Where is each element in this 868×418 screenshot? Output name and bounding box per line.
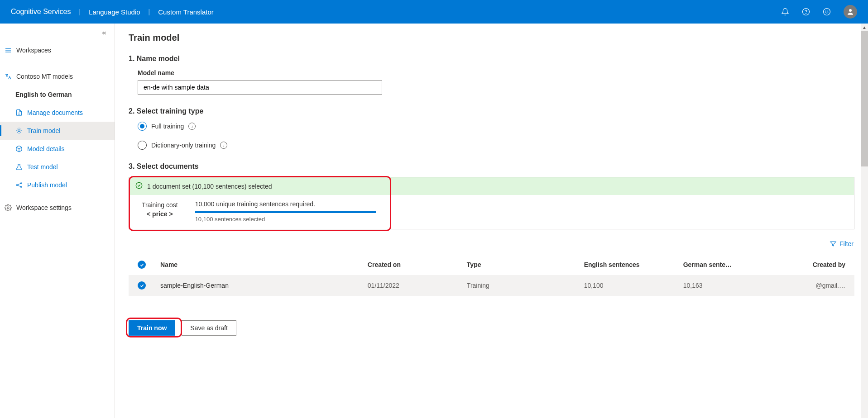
svg-line-16 bbox=[18, 184, 21, 185]
main-content: Train model 1. Name model Model name 2. … bbox=[115, 24, 868, 418]
col-header-german[interactable]: German sente… bbox=[683, 261, 764, 268]
test-icon bbox=[15, 163, 23, 171]
nav-workspaces[interactable]: Workspaces bbox=[0, 41, 115, 59]
nav-label: Train model bbox=[27, 127, 60, 134]
step3-heading: 3. Select documents bbox=[129, 162, 854, 171]
sidebar: Workspaces Contoso MT models English to … bbox=[0, 24, 115, 418]
progress-bar bbox=[195, 211, 376, 213]
select-all-checkbox[interactable] bbox=[138, 261, 146, 269]
nav-workspace-settings[interactable]: Workspace settings bbox=[0, 199, 115, 217]
col-header-name[interactable]: Name bbox=[160, 261, 359, 268]
nav-test-model[interactable]: Test model bbox=[0, 158, 115, 176]
feedback-icon[interactable] bbox=[823, 8, 831, 16]
nav-manage-documents[interactable]: Manage documents bbox=[0, 104, 115, 122]
cost-label: Training cost bbox=[142, 201, 178, 209]
radio-dictionary-training[interactable]: Dictionary-only training i bbox=[138, 141, 854, 150]
selection-status-text: 1 document set (10,100 sentences) select… bbox=[147, 183, 272, 190]
breadcrumb-custom-translator[interactable]: Custom Translator bbox=[150, 8, 222, 16]
cell-type: Training bbox=[467, 282, 575, 289]
workspaces-icon bbox=[5, 47, 12, 54]
documents-icon bbox=[15, 109, 23, 116]
vertical-scrollbar[interactable]: ▲ bbox=[861, 24, 868, 418]
nav-publish-model[interactable]: Publish model bbox=[0, 176, 115, 194]
nav-train-model[interactable]: Train model bbox=[0, 122, 115, 140]
selection-status-row: 1 document set (10,100 sentences) select… bbox=[129, 177, 854, 195]
nav-label: Workspace settings bbox=[16, 204, 72, 211]
requirement-text: 10,000 unique training sentences require… bbox=[195, 200, 376, 208]
nav-model-details[interactable]: Model details bbox=[0, 140, 115, 158]
step-name-model: 1. Name model Model name bbox=[129, 55, 854, 95]
radio-circle-icon bbox=[138, 122, 147, 131]
scroll-up-arrow-icon[interactable]: ▲ bbox=[861, 24, 868, 31]
selected-text: 10,100 sentences selected bbox=[195, 216, 376, 223]
col-header-english[interactable]: English sentences bbox=[584, 261, 674, 268]
cell-created: 01/11/2022 bbox=[368, 282, 458, 289]
footer-actions: Train now Save as draft bbox=[129, 309, 854, 336]
train-icon bbox=[15, 127, 23, 134]
svg-point-4 bbox=[828, 11, 828, 11]
model-name-input[interactable] bbox=[138, 80, 382, 95]
breadcrumb-brand[interactable]: Cognitive Services bbox=[11, 8, 79, 16]
radio-circle-icon bbox=[138, 141, 147, 150]
info-icon[interactable]: i bbox=[220, 142, 227, 149]
help-icon[interactable] bbox=[802, 8, 810, 16]
info-icon[interactable]: i bbox=[188, 123, 196, 130]
svg-point-14 bbox=[20, 183, 22, 184]
step2-heading: 2. Select training type bbox=[129, 107, 854, 115]
translation-icon bbox=[5, 73, 12, 80]
nav-label: English to German bbox=[15, 91, 72, 98]
breadcrumb-language-studio[interactable]: Language Studio bbox=[81, 8, 148, 16]
nav-label: Model details bbox=[27, 145, 65, 152]
step1-heading: 1. Name model bbox=[129, 55, 854, 63]
collapse-sidebar-icon[interactable] bbox=[101, 30, 107, 38]
nav-label: Publish model bbox=[27, 181, 67, 189]
nav-label: Contoso MT models bbox=[16, 73, 73, 80]
notifications-icon[interactable] bbox=[781, 8, 789, 16]
cell-name: sample-English-German bbox=[160, 282, 359, 289]
cell-german: 10,163 bbox=[683, 282, 764, 289]
step-training-type: 2. Select training type Full training i … bbox=[129, 107, 854, 150]
nav-project-english-german[interactable]: English to German bbox=[0, 86, 115, 104]
filter-button[interactable]: Filter bbox=[830, 240, 854, 247]
svg-point-1 bbox=[806, 13, 806, 14]
documents-table: Name Created on Type English sentences G… bbox=[129, 254, 854, 296]
check-circle-icon bbox=[135, 182, 143, 190]
training-cost: Training cost < price > bbox=[142, 200, 178, 218]
row-checkbox[interactable] bbox=[138, 281, 146, 290]
scroll-thumb[interactable] bbox=[861, 31, 868, 166]
svg-point-2 bbox=[824, 9, 830, 15]
col-header-type[interactable]: Type bbox=[467, 261, 575, 268]
col-header-createdby[interactable]: Created by bbox=[773, 261, 845, 268]
model-name-label: Model name bbox=[129, 69, 854, 76]
train-now-button[interactable]: Train now bbox=[129, 320, 175, 336]
radio-full-training[interactable]: Full training i bbox=[138, 122, 854, 131]
table-header-row: Name Created on Type English sentences G… bbox=[129, 254, 854, 275]
svg-point-11 bbox=[18, 130, 20, 132]
svg-point-19 bbox=[136, 182, 142, 188]
app-header: Cognitive Services | Language Studio | C… bbox=[0, 0, 868, 24]
cell-english: 10,100 bbox=[584, 282, 674, 289]
svg-point-18 bbox=[7, 207, 9, 209]
table-row[interactable]: sample-English-German 01/11/2022 Trainin… bbox=[129, 275, 854, 296]
nav-label: Test model bbox=[27, 163, 58, 171]
user-avatar[interactable] bbox=[844, 5, 857, 19]
svg-line-17 bbox=[18, 185, 21, 187]
cell-createdby: @gmail.… bbox=[773, 282, 845, 289]
nav-workspace-contoso[interactable]: Contoso MT models bbox=[0, 67, 115, 86]
breadcrumb: Cognitive Services | Language Studio | C… bbox=[11, 8, 222, 16]
header-actions bbox=[781, 5, 857, 19]
radio-label: Full training bbox=[151, 123, 184, 130]
save-draft-button[interactable]: Save as draft bbox=[182, 320, 236, 336]
col-header-created[interactable]: Created on bbox=[368, 261, 458, 268]
svg-point-0 bbox=[803, 9, 810, 15]
nav-label: Workspaces bbox=[16, 47, 51, 54]
radio-label: Dictionary-only training bbox=[151, 142, 216, 149]
publish-icon bbox=[15, 181, 23, 189]
selection-summary-banner: 1 document set (10,100 sentences) select… bbox=[129, 177, 854, 229]
page-title: Train model bbox=[129, 33, 854, 43]
filter-label: Filter bbox=[839, 240, 854, 247]
nav-label: Manage documents bbox=[27, 109, 83, 116]
svg-point-15 bbox=[20, 186, 22, 188]
cost-price: < price > bbox=[142, 210, 178, 218]
model-details-icon bbox=[15, 145, 23, 152]
